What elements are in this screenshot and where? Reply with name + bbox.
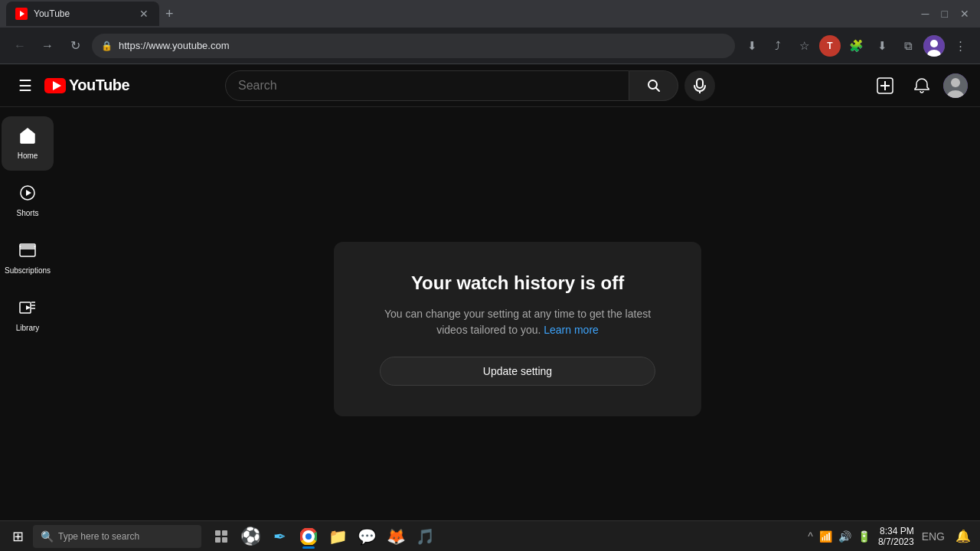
back-button[interactable]: ←: [9, 35, 31, 57]
youtube-logo[interactable]: YouTube: [44, 77, 129, 94]
files-icon[interactable]: 📁: [324, 523, 351, 550]
sidebar-item-library[interactable]: Library: [2, 289, 54, 343]
minimize-button[interactable]: ─: [917, 5, 934, 23]
split-screen-button[interactable]: ⧉: [897, 35, 919, 57]
youtube-app: ☰ YouTube: [0, 64, 980, 551]
watch-history-card: Your watch history is off You can change…: [334, 242, 701, 416]
tray-chevron[interactable]: ^: [806, 529, 815, 544]
language-indicator[interactable]: ENG: [920, 529, 946, 544]
search-input-wrap[interactable]: [225, 70, 629, 101]
home-icon: [19, 127, 36, 148]
youtube-logo-icon: [44, 78, 66, 93]
shorts-label: Shorts: [17, 209, 39, 217]
svg-rect-27: [215, 530, 220, 536]
tab-favicon: [15, 8, 28, 20]
hamburger-menu-button[interactable]: ☰: [12, 70, 38, 101]
sidebar-item-subscriptions[interactable]: Subscriptions: [2, 231, 54, 285]
system-tray: ^ 📶 🔊 🔋: [806, 529, 872, 544]
bookmark-button[interactable]: ☆: [793, 35, 815, 57]
notifications-button[interactable]: [906, 70, 937, 101]
history-card-description: You can change your setting at any time …: [380, 306, 655, 338]
sidebar-item-home[interactable]: Home: [2, 116, 54, 171]
browser-window: YouTube ✕ + ─ □ ✕ ← → ↻ 🔒 https://www.yo…: [0, 0, 980, 64]
svg-marker-18: [26, 190, 31, 196]
soccer-ball-icon: ⚽: [237, 523, 264, 550]
library-icon: [19, 299, 36, 321]
youtube-main: Home Shorts Subscriptions Library: [0, 107, 980, 551]
tray-battery-icon[interactable]: 🔋: [856, 529, 872, 544]
new-tab-button[interactable]: +: [159, 3, 180, 25]
taskbar-app-icons: ⚽ ✒ 📁 💬 🦊 🎵: [207, 523, 439, 550]
spotify-icon[interactable]: 🎵: [411, 523, 439, 550]
youtube-content: Your watch history is off You can change…: [55, 107, 980, 551]
profile-button[interactable]: [923, 35, 945, 57]
svg-line-8: [655, 87, 659, 91]
reload-button[interactable]: ↻: [64, 35, 86, 57]
download-button[interactable]: ⬇: [871, 35, 893, 57]
tab-close-button[interactable]: ✕: [138, 8, 150, 20]
svg-point-33: [306, 533, 312, 539]
notification-button[interactable]: 🔔: [952, 526, 974, 546]
share-button[interactable]: ⤴: [767, 35, 789, 57]
search-input[interactable]: [238, 79, 616, 93]
active-tab[interactable]: YouTube ✕: [6, 2, 159, 26]
chrome-icon[interactable]: [295, 523, 322, 550]
taskview-button[interactable]: [207, 523, 235, 550]
subscriptions-icon: [19, 242, 36, 263]
sidebar-item-shorts[interactable]: Shorts: [2, 174, 54, 228]
date-text: 8/7/2023: [878, 536, 914, 547]
maximize-button[interactable]: □: [937, 5, 952, 23]
url-bar[interactable]: 🔒 https://www.youtube.com: [92, 34, 735, 58]
tray-network-icon[interactable]: 📶: [818, 529, 834, 544]
lock-icon: 🔒: [101, 41, 113, 51]
browser-menu-button[interactable]: ⋮: [949, 35, 971, 57]
header-actions: [870, 70, 968, 101]
url-text: https://www.youtube.com: [119, 40, 230, 51]
subscriptions-label: Subscriptions: [5, 266, 51, 275]
description-text: You can change your setting at any time …: [384, 308, 651, 336]
svg-point-3: [930, 40, 938, 47]
youtube-logo-text: YouTube: [69, 77, 129, 94]
youtube-sidebar: Home Shorts Subscriptions Library: [0, 107, 55, 551]
taskbar-search-icon: 🔍: [41, 530, 54, 543]
clock[interactable]: 8:34 PM 8/7/2023: [878, 526, 914, 547]
account-button[interactable]: [943, 73, 968, 98]
taskbar-search-text: Type here to search: [58, 531, 139, 542]
search-box: [225, 70, 715, 101]
svg-rect-28: [222, 530, 227, 536]
address-bar-actions: ⬇ ⤴ ☆ T 🧩 ⬇ ⧉ ⋮: [741, 35, 971, 57]
firefox-icon[interactable]: 🦊: [382, 523, 410, 550]
taskbar: ⊞ 🔍 Type here to search ⚽ ✒ 📁 💬 🦊 🎵 ^ 📶 …: [0, 520, 980, 551]
create-button[interactable]: [870, 70, 900, 101]
taskbar-right: ^ 📶 🔊 🔋 8:34 PM 8/7/2023 ENG 🔔: [806, 526, 974, 547]
close-window-button[interactable]: ✕: [956, 5, 974, 23]
tray-sound-icon[interactable]: 🔊: [837, 529, 853, 544]
svg-rect-9: [697, 79, 703, 88]
address-bar: ← → ↻ 🔒 https://www.youtube.com ⬇ ⤴ ☆ T …: [0, 28, 980, 64]
taskbar-pen-icon: ✒: [266, 523, 293, 550]
home-label: Home: [18, 152, 38, 160]
tab-title: YouTube: [34, 8, 132, 19]
learn-more-link[interactable]: Learn more: [544, 324, 599, 336]
tp-extension-button[interactable]: T: [819, 35, 841, 57]
window-controls: ─ □ ✕: [917, 5, 974, 23]
svg-rect-30: [222, 537, 227, 543]
update-setting-button[interactable]: Update setting: [380, 357, 655, 386]
forward-button[interactable]: →: [37, 35, 58, 57]
time-text: 8:34 PM: [878, 526, 914, 536]
voice-search-button[interactable]: [684, 70, 715, 101]
start-button[interactable]: ⊞: [6, 525, 30, 548]
tab-bar: YouTube ✕ + ─ □ ✕: [0, 0, 980, 28]
youtube-header: ☰ YouTube: [0, 64, 980, 107]
search-button[interactable]: [629, 70, 678, 101]
download-extension-button[interactable]: ⬇: [741, 35, 763, 57]
extensions-button[interactable]: 🧩: [845, 35, 867, 57]
taskbar-search-bar[interactable]: 🔍 Type here to search: [33, 525, 201, 548]
svg-rect-29: [215, 537, 220, 543]
history-card-title: Your watch history is off: [380, 272, 655, 294]
svg-point-15: [951, 78, 960, 87]
shorts-icon: [19, 184, 36, 206]
svg-marker-23: [26, 305, 31, 310]
library-label: Library: [16, 324, 40, 332]
discord-icon[interactable]: 💬: [353, 523, 381, 550]
